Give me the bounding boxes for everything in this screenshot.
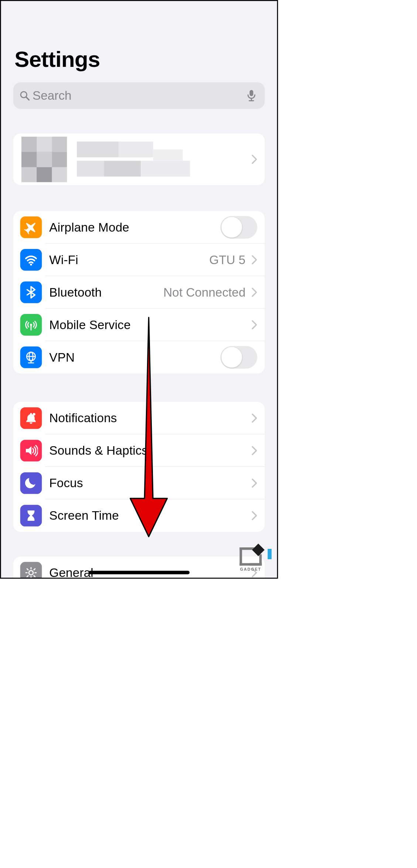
antenna-icon	[20, 314, 42, 336]
bluetooth-row[interactable]: Bluetooth Not Connected	[13, 276, 265, 308]
general-row[interactable]: General	[13, 557, 265, 579]
apple-id-group	[13, 133, 265, 185]
system-group: General	[13, 557, 265, 579]
screen-time-row[interactable]: Screen Time	[13, 499, 265, 532]
search-placeholder: Search	[33, 88, 246, 103]
airplane-mode-row[interactable]: Airplane Mode	[13, 211, 265, 243]
chevron-right-icon	[252, 255, 257, 265]
chevron-right-icon	[252, 154, 257, 164]
svg-point-14	[29, 571, 33, 575]
general-label: General	[49, 565, 93, 578]
vpn-toggle[interactable]	[221, 346, 257, 369]
mobile-service-label: Mobile Service	[49, 318, 130, 332]
wifi-icon	[20, 249, 42, 271]
svg-line-19	[27, 568, 28, 570]
home-indicator[interactable]	[89, 571, 189, 574]
speaker-icon	[20, 440, 42, 462]
airplane-mode-label: Airplane Mode	[49, 220, 129, 235]
microphone-icon[interactable]	[246, 89, 256, 102]
sounds-row[interactable]: Sounds & Haptics	[13, 434, 265, 467]
wifi-detail: GTU 5	[209, 253, 245, 267]
avatar	[21, 137, 67, 182]
globe-icon	[20, 346, 42, 368]
chevron-right-icon	[252, 413, 257, 423]
vpn-row[interactable]: VPN	[13, 341, 265, 373]
svg-rect-2	[250, 90, 253, 96]
search-field[interactable]: Search	[13, 82, 265, 109]
notifications-row[interactable]: Notifications	[13, 402, 265, 434]
bluetooth-icon	[20, 281, 42, 303]
svg-point-5	[30, 264, 32, 266]
search-icon	[19, 90, 30, 101]
attention-group: Notifications Sounds & Haptics Focus	[13, 402, 265, 532]
screen-time-label: Screen Time	[49, 509, 119, 523]
notifications-label: Notifications	[49, 411, 117, 426]
apple-id-name-redacted	[77, 140, 249, 179]
svg-line-1	[26, 97, 29, 100]
gear-icon	[20, 562, 42, 578]
chevron-right-icon	[252, 446, 257, 456]
wifi-row[interactable]: Wi-Fi GTU 5	[13, 243, 265, 276]
hourglass-icon	[20, 505, 42, 527]
focus-row[interactable]: Focus	[13, 467, 265, 499]
apple-id-row[interactable]	[13, 133, 265, 185]
moon-icon	[20, 472, 42, 494]
bluetooth-detail: Not Connected	[163, 285, 245, 300]
settings-screen: Settings Search	[0, 0, 278, 579]
airplane-mode-toggle[interactable]	[221, 216, 257, 239]
connectivity-group: Airplane Mode Wi-Fi GTU 5 Bluetoot	[13, 211, 265, 373]
page-title: Settings	[14, 47, 277, 72]
chevron-right-icon	[252, 287, 257, 297]
focus-label: Focus	[49, 476, 83, 491]
svg-point-13	[33, 413, 35, 416]
bell-icon	[20, 407, 42, 429]
vpn-label: VPN	[49, 350, 75, 365]
svg-line-21	[34, 568, 35, 570]
airplane-icon	[20, 216, 42, 238]
svg-line-20	[34, 575, 35, 577]
mobile-service-row[interactable]: Mobile Service	[13, 308, 265, 341]
chevron-right-icon	[252, 511, 257, 521]
sounds-label: Sounds & Haptics	[49, 444, 148, 458]
chevron-right-icon	[252, 478, 257, 488]
svg-line-22	[27, 575, 28, 577]
chevron-right-icon	[252, 568, 257, 578]
wifi-label: Wi-Fi	[49, 253, 78, 267]
bluetooth-label: Bluetooth	[49, 285, 102, 300]
chevron-right-icon	[252, 320, 257, 330]
